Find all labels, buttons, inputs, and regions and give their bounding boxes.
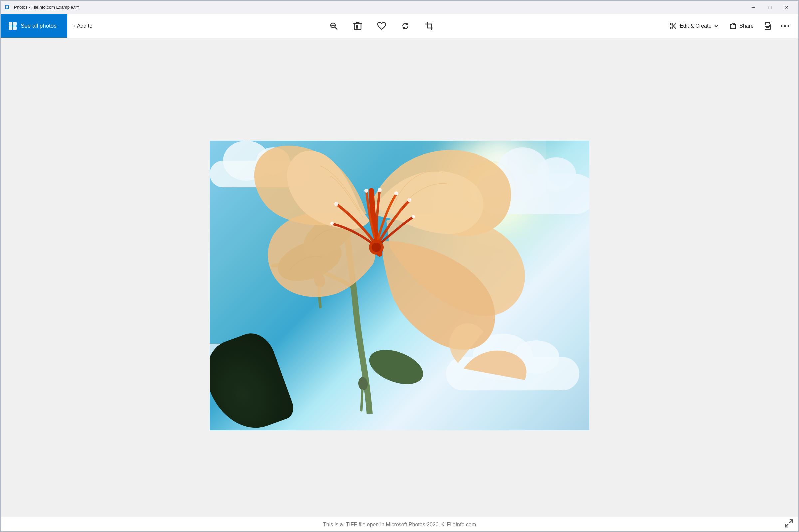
fullscreen-button[interactable] — [782, 517, 796, 530]
svg-point-38 — [394, 191, 398, 195]
see-all-photos-label: See all photos — [21, 23, 57, 29]
print-icon — [763, 22, 772, 30]
toolbar: See all photos + Add to — [1, 14, 798, 38]
svg-line-45 — [785, 524, 788, 527]
title-bar: 🖼 Photos - FileInfo.com Example.tiff ─ □… — [1, 1, 798, 14]
svg-rect-2 — [9, 26, 12, 30]
share-button[interactable]: Share — [725, 20, 758, 32]
svg-point-27 — [781, 25, 783, 26]
svg-rect-25 — [766, 27, 769, 28]
favorite-button[interactable] — [373, 18, 390, 34]
svg-point-41 — [412, 215, 415, 218]
svg-rect-0 — [9, 22, 12, 26]
delete-button[interactable] — [350, 18, 366, 34]
add-to-button[interactable]: + Add to — [67, 20, 97, 32]
svg-rect-1 — [13, 22, 17, 26]
rotate-button[interactable] — [397, 18, 413, 34]
photos-logo-icon — [8, 21, 17, 31]
edit-create-button[interactable]: Edit & Create — [665, 20, 723, 32]
scissors-icon — [670, 22, 677, 30]
flower-container — [210, 141, 589, 430]
svg-point-33 — [365, 343, 428, 391]
toolbar-center-actions — [97, 18, 665, 34]
edit-create-label: Edit & Create — [680, 23, 711, 29]
heart-icon — [377, 22, 386, 30]
svg-point-28 — [784, 25, 786, 26]
hibiscus-flower-svg — [243, 141, 543, 414]
chevron-down-icon — [714, 24, 719, 28]
fullscreen-icon — [784, 519, 794, 528]
window-title: Photos - FileInfo.com Example.tiff — [14, 5, 78, 10]
svg-point-43 — [372, 243, 381, 252]
more-dots-icon — [781, 24, 789, 27]
svg-rect-3 — [13, 26, 17, 30]
caption-text: This is a .TIFF file open in Microsoft P… — [323, 522, 476, 528]
share-label: Share — [739, 23, 754, 29]
delete-icon — [353, 21, 362, 31]
more-options-button[interactable] — [777, 18, 793, 34]
svg-point-37 — [377, 188, 382, 192]
maximize-button[interactable]: □ — [762, 2, 778, 12]
minimize-button[interactable]: ─ — [746, 2, 761, 12]
share-icon — [729, 22, 737, 30]
main-content: This is a .TIFF file open in Microsoft P… — [1, 38, 798, 532]
window-controls: ─ □ ✕ — [746, 2, 794, 12]
app-icon: 🖼 — [5, 5, 9, 10]
zoom-button[interactable] — [326, 18, 341, 34]
crop-button[interactable] — [422, 18, 438, 34]
svg-point-35 — [334, 202, 338, 206]
photos-grid-icon — [8, 21, 17, 31]
caption-bar: This is a .TIFF file open in Microsoft P… — [1, 517, 798, 532]
rotate-icon — [401, 21, 410, 31]
add-to-label: + Add to — [73, 23, 92, 29]
print-button[interactable] — [760, 18, 776, 34]
toolbar-right-actions: Edit & Create Share — [665, 18, 798, 34]
svg-rect-24 — [766, 22, 770, 24]
svg-point-29 — [788, 25, 789, 26]
zoom-icon — [329, 21, 338, 31]
see-all-photos-button[interactable]: See all photos — [1, 14, 67, 38]
close-button[interactable]: ✕ — [779, 2, 794, 12]
photo-frame — [210, 141, 589, 430]
svg-point-26 — [769, 25, 770, 26]
svg-line-5 — [335, 27, 337, 29]
svg-point-40 — [330, 222, 334, 225]
crop-icon — [425, 22, 434, 30]
svg-line-44 — [790, 520, 793, 523]
svg-point-36 — [364, 189, 368, 193]
